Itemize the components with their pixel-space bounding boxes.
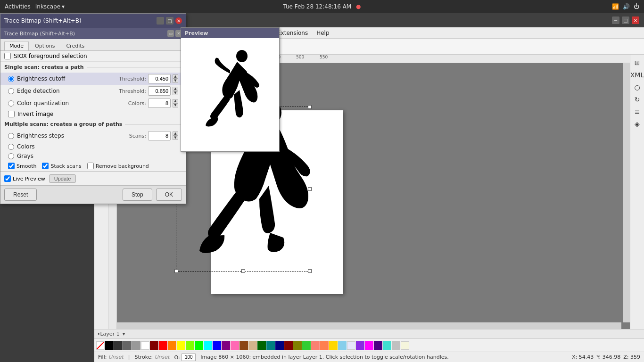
colors-radio[interactable] — [8, 144, 14, 150]
inner-min-button[interactable]: ▭ — [167, 30, 174, 37]
palette-swatch-none[interactable] — [96, 341, 105, 350]
dialog-close-button[interactable]: ✕ — [175, 17, 182, 24]
brightness-steps-radio[interactable] — [8, 133, 14, 139]
scans-input[interactable] — [148, 131, 171, 140]
invert-image-checkbox[interactable] — [8, 111, 15, 117]
palette-swatch-blue[interactable] — [213, 341, 221, 350]
palette-swatch-salmon[interactable] — [311, 341, 320, 350]
siox-label: SIOX foreground selection — [14, 53, 87, 59]
xml-btn[interactable]: XML — [632, 69, 643, 81]
ok-button[interactable]: OK — [156, 189, 182, 201]
align-btn[interactable]: ≡ — [632, 106, 643, 117]
snap-btn[interactable]: ⊞ — [632, 57, 643, 68]
palette-swatch-sky-blue[interactable] — [338, 341, 347, 350]
palette-swatch-indigo[interactable] — [374, 341, 382, 350]
palette-swatch-cyan[interactable] — [204, 341, 212, 350]
tab-credits[interactable]: Credits — [61, 41, 90, 50]
vertical-scrollbar[interactable] — [623, 63, 630, 322]
reset-button[interactable]: Reset — [4, 189, 37, 201]
palette-swatch-light-gray[interactable] — [132, 341, 140, 350]
inkscape-maximize-btn[interactable]: □ — [622, 16, 629, 24]
coords-display-y: Y: 346.98 — [596, 354, 620, 360]
fill-stroke-btn[interactable]: ◈ — [632, 118, 643, 130]
palette-swatch-red-dark[interactable] — [150, 341, 158, 350]
smooth-checkbox[interactable] — [8, 163, 15, 169]
transform-btn[interactable]: ↻ — [632, 94, 643, 105]
palette-swatch-olive[interactable] — [293, 341, 302, 350]
brightness-cutoff-row: Brightness cutoff Threshold: ▲ ▼ — [0, 73, 186, 85]
colors-spin-up[interactable]: ▲ — [173, 99, 178, 103]
palette-swatch-brown[interactable] — [239, 341, 248, 350]
stop-button[interactable]: Stop — [123, 189, 152, 201]
scans-spin-down[interactable]: ▼ — [173, 136, 178, 140]
palette-swatch-lavender[interactable] — [347, 341, 355, 350]
palette-swatch-white[interactable] — [141, 341, 149, 350]
palette-swatch-dark-green[interactable] — [257, 341, 266, 350]
layer-dropdown-icon[interactable]: ▾ — [123, 331, 125, 337]
brightness-spin-down[interactable]: ▼ — [173, 79, 178, 83]
horizontal-scrollbar[interactable] — [117, 322, 621, 329]
color-quantization-radio[interactable] — [8, 100, 14, 107]
inkscape-close-btn[interactable]: ✕ — [632, 16, 639, 24]
palette-swatch-yellow[interactable] — [177, 341, 185, 350]
palette-swatch-green[interactable] — [195, 341, 203, 350]
palette-swatch-lime[interactable] — [302, 341, 311, 350]
dialog-minimize-button[interactable]: ─ — [157, 17, 164, 25]
tab-options[interactable]: Options — [30, 41, 60, 50]
palette-swatch-dark-gray[interactable] — [114, 341, 123, 350]
palette-swatch-teal[interactable] — [266, 341, 275, 350]
brightness-spin-up[interactable]: ▲ — [173, 74, 178, 79]
multiple-scans-section-header: Multiple scans: creates a group of paths — [0, 119, 186, 130]
layer-indicator[interactable]: •Layer 1 — [97, 331, 120, 337]
palette-swatch-violet[interactable] — [356, 341, 364, 350]
palette-swatch-orange[interactable] — [168, 341, 176, 350]
dialog-maximize-button[interactable]: □ — [166, 17, 173, 25]
palette-swatch-yellow-green[interactable] — [186, 341, 194, 350]
grays-radio[interactable] — [8, 153, 14, 159]
stroke-value: Unset — [155, 354, 170, 360]
remove-background-checkbox[interactable] — [87, 163, 94, 169]
colors-spin-down[interactable]: ▼ — [173, 103, 178, 107]
dialog-tabs: Mode Options Credits — [0, 39, 186, 51]
edge-spin-up[interactable]: ▲ — [173, 87, 178, 91]
palette-swatch-magenta[interactable] — [365, 341, 373, 350]
brightness-threshold-input[interactable] — [148, 74, 171, 83]
menu-help[interactable]: Help — [313, 29, 333, 37]
palette-swatch-gold[interactable] — [329, 341, 338, 350]
grays-row: Grays — [0, 151, 186, 161]
status-left: Fill: Unset | Stroke: Unset O: Image 860… — [98, 354, 568, 361]
edge-detection-radio[interactable] — [8, 88, 14, 94]
palette-swatch-navy[interactable] — [275, 341, 284, 350]
live-preview-checkbox[interactable] — [4, 175, 11, 182]
palette-swatch-turquoise[interactable] — [383, 341, 391, 350]
palette-swatch-beige[interactable] — [401, 341, 409, 350]
edge-spin-down[interactable]: ▼ — [173, 91, 178, 95]
inkscape-titlebar-buttons: ─ □ ✕ — [612, 16, 639, 24]
handle-bl[interactable] — [174, 269, 178, 273]
palette-swatch-maroon[interactable] — [284, 341, 293, 350]
opacity-input[interactable] — [182, 354, 196, 361]
siox-checkbox[interactable] — [4, 53, 11, 59]
palette-swatch-silver[interactable] — [392, 341, 400, 350]
brightness-cutoff-radio[interactable] — [8, 76, 14, 82]
edge-threshold-input[interactable] — [148, 86, 171, 96]
tab-mode[interactable]: Mode — [4, 41, 29, 50]
single-scan-label: Single scan: creates a path — [4, 64, 84, 70]
scans-spin-up[interactable]: ▲ — [173, 132, 178, 136]
object-properties-btn[interactable]: ○ — [632, 82, 643, 93]
colors-input[interactable] — [148, 99, 171, 108]
preview-runner-svg — [192, 43, 268, 147]
palette-swatch-red[interactable] — [159, 341, 167, 350]
palette-swatch-purple[interactable] — [222, 341, 230, 350]
palette-swatch-black[interactable] — [105, 341, 114, 350]
palette-swatch-pink[interactable] — [231, 341, 239, 350]
stack-scans-checkbox[interactable] — [42, 163, 49, 169]
app-indicator[interactable]: Inkscape ▾ — [35, 3, 65, 10]
palette-swatch-tan[interactable] — [248, 341, 257, 350]
inkscape-minimize-btn[interactable]: ─ — [612, 16, 619, 24]
update-button[interactable]: Update — [49, 174, 76, 183]
palette-swatch-gray[interactable] — [123, 341, 132, 350]
colors-row: Colors — [0, 142, 186, 151]
activities-label[interactable]: Activities — [5, 3, 31, 10]
palette-swatch-coral[interactable] — [320, 341, 329, 350]
